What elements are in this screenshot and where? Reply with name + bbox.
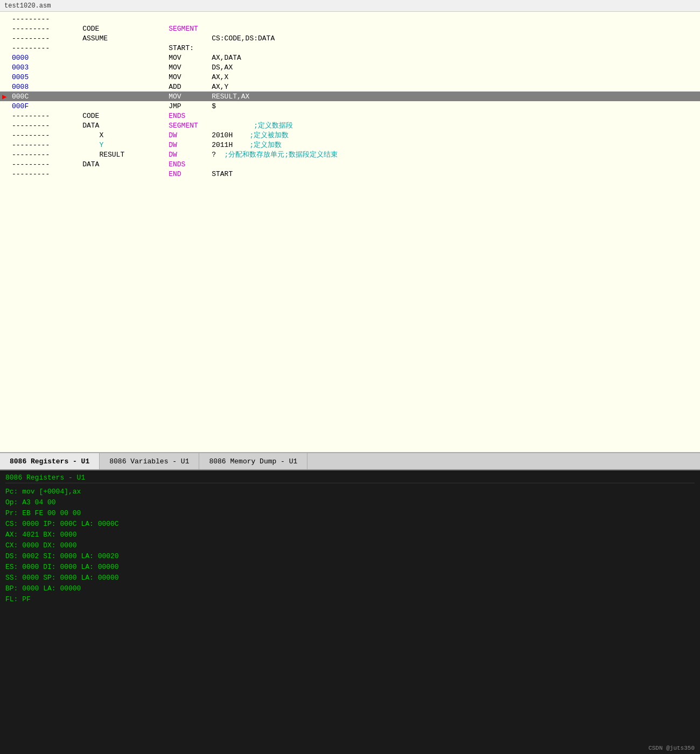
instr-col: DW (152, 141, 195, 149)
register-line: FL: PF (5, 594, 695, 605)
register-line: CX: 0000 DX: 0000 (5, 540, 695, 551)
args-before-comment: ? (195, 151, 225, 159)
label-col: DATA (66, 122, 152, 130)
tab-bar[interactable]: 8086 Registers - U18086 Variables - U180… (0, 453, 700, 470)
arrow-col (2, 140, 12, 149)
label-col (66, 44, 152, 52)
addr-col: --------- (12, 170, 66, 178)
args-col: AX,X (195, 73, 698, 81)
args-col (195, 15, 698, 23)
instr-col (152, 34, 195, 43)
watermark: CSDN @juts350 (648, 745, 695, 751)
code-line: --------- END START (0, 169, 700, 179)
args-col: DS,AX (195, 64, 698, 72)
label-col (66, 93, 152, 101)
args-col: RESULT,AX (195, 93, 698, 101)
instr-col: SEGMENT (152, 122, 195, 130)
addr-col: --------- (12, 122, 66, 130)
args-col: CS:CODE,DS:DATA (195, 34, 698, 43)
register-line: BP: 0000 LA: 00000 (5, 583, 695, 594)
arrow-col (2, 121, 12, 130)
addr-col: --------- (12, 34, 66, 43)
arrow-col (2, 82, 12, 91)
addr-col: 0005 (12, 73, 66, 81)
arrow-col (2, 34, 12, 43)
instr-col: SEGMENT (152, 25, 195, 33)
tab-1[interactable]: 8086 Variables - U1 (100, 453, 199, 469)
args-before-comment: 2010H (195, 131, 249, 139)
addr-col: 0008 (12, 83, 66, 91)
addr-col: --------- (12, 141, 66, 149)
args-col: ;定义数据段 (195, 121, 698, 130)
instr-col: START: (152, 44, 195, 52)
addr-col: --------- (12, 44, 66, 52)
register-line: SS: 0000 SP: 0000 LA: 00000 (5, 573, 695, 583)
arrow-col (2, 150, 12, 159)
code-line: --------- Y DW 2011H ;定义加数 (0, 140, 700, 150)
arrow-col (2, 102, 12, 110)
register-line: Op: A3 04 00 (5, 497, 695, 508)
tab-0[interactable]: 8086 Registers - U1 (0, 453, 100, 469)
args-comment: ;分配和数存放单元;数据段定义结束 (225, 151, 338, 159)
instr-col: MOV (152, 54, 195, 62)
instr-col: ADD (152, 83, 195, 91)
args-comment: ;定义被加数 (249, 131, 289, 139)
instr-col (152, 15, 195, 23)
code-line: --------- X DW 2010H ;定义被加数 (0, 130, 700, 140)
code-line: 000F JMP $ (0, 101, 700, 111)
register-line: Pr: EB FE 00 00 00 (5, 508, 695, 519)
code-line: --------- ASSUME CS:CODE,DS:DATA (0, 33, 700, 43)
instr-col: ENDS (152, 112, 195, 120)
code-line: --------- DATA SEGMENT ;定义数据段 (0, 121, 700, 130)
label-col (66, 54, 152, 62)
code-line: --------- RESULT DW ? ;分配和数存放单元;数据段定义结束 (0, 150, 700, 159)
code-line: --------- START: (0, 43, 700, 53)
code-line: --------- (0, 14, 700, 24)
instr-col: MOV (152, 73, 195, 81)
register-line: ES: 0000 DI: 0000 LA: 00000 (5, 562, 695, 573)
addr-col: 000C (12, 93, 66, 101)
register-line: DS: 0002 SI: 0000 LA: 00020 (5, 551, 695, 562)
label-col (66, 73, 152, 81)
code-line: 0005 MOV AX,X (0, 72, 700, 82)
arrow-col (2, 63, 12, 72)
addr-col: --------- (12, 25, 66, 33)
args-col: ? ;分配和数存放单元;数据段定义结束 (195, 150, 698, 159)
label-col: CODE (66, 112, 152, 120)
args-before-comment: 2011H (195, 141, 249, 149)
addr-col: 0003 (12, 64, 66, 72)
addr-col: --------- (12, 131, 66, 139)
arrow-col (2, 170, 12, 178)
instr-col: JMP (152, 102, 195, 110)
label-col (66, 102, 152, 110)
instr-col: MOV (152, 93, 195, 101)
args-col (195, 112, 698, 120)
label-col: DATA (66, 160, 152, 168)
label-col: X (66, 131, 152, 139)
addr-col: --------- (12, 112, 66, 120)
instr-col: END (152, 170, 195, 178)
instr-col: DW (152, 151, 195, 159)
arrow-col: ▶ (2, 92, 12, 101)
label-col (66, 15, 152, 23)
code-line: 0008 ADD AX,Y (0, 82, 700, 91)
label-col: CODE (66, 25, 152, 33)
code-line: --------- CODE ENDS (0, 111, 700, 121)
addr-col: --------- (12, 160, 66, 168)
code-line: --------- DATA ENDS (0, 159, 700, 169)
arrow-col (2, 15, 12, 23)
args-comment: ;定义加数 (249, 141, 282, 149)
args-col: $ (195, 102, 698, 110)
args-col (195, 160, 698, 168)
tab-2[interactable]: 8086 Memory Dump - U1 (199, 453, 307, 469)
addr-col: --------- (12, 15, 66, 23)
args-col: 2010H ;定义被加数 (195, 130, 698, 140)
instr-col: DW (152, 131, 195, 139)
arrow-col (2, 44, 12, 52)
label-col: Y (66, 141, 152, 149)
arrow-col (2, 53, 12, 62)
code-line: 0003 MOV DS,AX (0, 62, 700, 72)
label-col (66, 83, 152, 91)
register-line: AX: 4021 BX: 0000 (5, 530, 695, 540)
code-line: --------- CODE SEGMENT (0, 24, 700, 33)
